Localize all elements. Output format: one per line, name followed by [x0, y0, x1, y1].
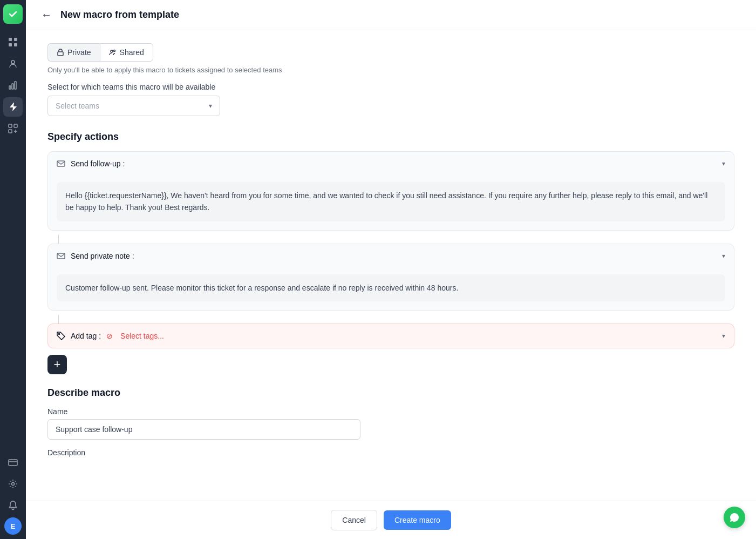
- add-action-button[interactable]: +: [47, 355, 67, 374]
- svg-rect-7: [15, 82, 16, 89]
- shared-tab[interactable]: Shared: [100, 43, 153, 62]
- name-input[interactable]: [47, 419, 360, 440]
- error-icon: ⊘: [106, 332, 113, 340]
- users-icon[interactable]: [3, 54, 23, 73]
- describe-section-title: Describe macro: [47, 387, 734, 399]
- tag-icon: [57, 332, 65, 340]
- visibility-tabs: Private Shared: [47, 43, 734, 62]
- svg-point-18: [59, 334, 60, 335]
- header: ← New macro from template: [26, 0, 756, 30]
- app-logo[interactable]: [3, 4, 23, 24]
- svg-rect-13: [58, 52, 63, 56]
- send-followup-chevron-icon: ▾: [722, 160, 725, 167]
- private-tab[interactable]: Private: [47, 43, 100, 62]
- svg-rect-17: [57, 253, 65, 259]
- add-tag-chevron-icon: ▾: [722, 332, 725, 340]
- teams-field-label: Select for which teams this macro will b…: [47, 83, 734, 91]
- send-followup-header[interactable]: Send follow-up : ▾: [48, 152, 734, 176]
- avatar[interactable]: E: [4, 517, 22, 535]
- svg-rect-9: [14, 124, 17, 127]
- send-private-note-text: Customer follow-up sent. Please monitor …: [57, 274, 725, 301]
- footer: Cancel Create macro: [26, 501, 756, 539]
- send-private-note-body: Customer follow-up sent. Please monitor …: [48, 268, 734, 310]
- add-tag-action: Add tag : ⊘ Select tags... ▾: [47, 324, 734, 348]
- back-button[interactable]: ←: [39, 6, 54, 23]
- visibility-hint: Only you'll be able to apply this macro …: [47, 66, 734, 74]
- connector-line-2: [58, 315, 59, 324]
- apps-icon[interactable]: [3, 119, 23, 138]
- send-followup-body: Hello {{ticket.requesterName}}, We haven…: [48, 176, 734, 230]
- svg-rect-16: [57, 161, 65, 166]
- send-private-note-label: Send private note :: [71, 252, 134, 260]
- create-macro-button[interactable]: Create macro: [384, 510, 451, 530]
- svg-rect-6: [12, 84, 13, 89]
- add-tag-header[interactable]: Add tag : ⊘ Select tags... ▾: [48, 324, 734, 348]
- svg-point-14: [111, 50, 113, 52]
- content-area: Private Shared Only you'll be able to ap…: [26, 30, 756, 501]
- chat-bubble[interactable]: [724, 507, 745, 528]
- connector-line-1: [58, 235, 59, 244]
- send-private-note-action: Send private note : ▾ Customer follow-up…: [47, 244, 734, 311]
- svg-point-4: [11, 60, 15, 64]
- svg-rect-11: [9, 460, 17, 466]
- grid-icon[interactable]: [3, 32, 23, 52]
- svg-rect-1: [14, 38, 17, 41]
- send-followup-text: Hello {{ticket.requesterName}}, We haven…: [57, 182, 725, 221]
- send-followup-label: Send follow-up :: [71, 159, 125, 168]
- card-icon[interactable]: [3, 453, 23, 472]
- private-tab-label: Private: [67, 48, 91, 57]
- mail-icon: [57, 159, 65, 168]
- send-followup-action: Send follow-up : ▾ Hello {{ticket.reques…: [47, 151, 734, 231]
- name-field-label: Name: [47, 407, 734, 416]
- svg-point-15: [113, 50, 115, 52]
- teams-placeholder: Select teams: [56, 102, 99, 110]
- send-private-note-header[interactable]: Send private note : ▾: [48, 244, 734, 268]
- shared-tab-label: Shared: [120, 48, 144, 57]
- mail-private-icon: [57, 252, 65, 260]
- chat-icon: [729, 512, 740, 523]
- gear-icon[interactable]: [3, 474, 23, 494]
- chevron-down-icon: ▾: [209, 102, 212, 110]
- svg-rect-5: [9, 86, 11, 89]
- cancel-button[interactable]: Cancel: [331, 510, 377, 530]
- select-tags-link[interactable]: Select tags...: [120, 332, 164, 340]
- teams-select[interactable]: Select teams ▾: [47, 96, 220, 116]
- lock-icon: [57, 49, 64, 56]
- svg-rect-3: [14, 43, 17, 46]
- svg-rect-10: [9, 130, 12, 133]
- main-panel: ← New macro from template Private Sh: [26, 0, 756, 539]
- page-title: New macro from template: [60, 9, 179, 21]
- bell-icon[interactable]: [3, 496, 23, 515]
- add-tag-label: Add tag :: [71, 332, 101, 340]
- description-field-label: Description: [47, 448, 734, 457]
- svg-rect-8: [9, 124, 12, 127]
- svg-point-12: [12, 483, 15, 486]
- actions-section-title: Specify actions: [47, 131, 734, 143]
- svg-rect-2: [9, 43, 12, 46]
- svg-rect-0: [9, 38, 12, 41]
- users-small-icon: [109, 49, 117, 56]
- lightning-icon[interactable]: [3, 97, 23, 117]
- sidebar: E: [0, 0, 26, 539]
- send-private-note-chevron-icon: ▾: [722, 252, 725, 260]
- chart-icon[interactable]: [3, 76, 23, 95]
